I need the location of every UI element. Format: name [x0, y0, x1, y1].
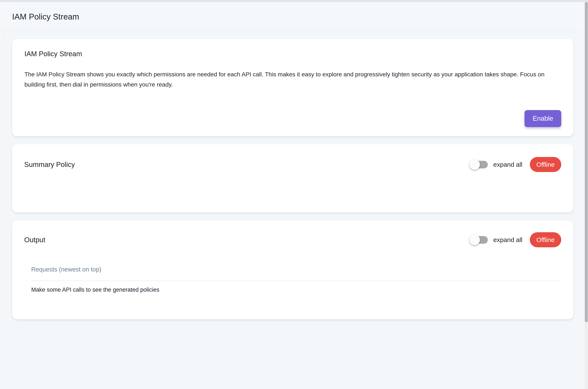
intro-card-actions: Enable: [24, 110, 561, 127]
output-expand-all-label: expand all: [493, 236, 522, 243]
toggle-thumb: [469, 159, 480, 170]
summary-expand-all-label: expand all: [493, 161, 522, 168]
summary-policy-card: Summary Policy expand all Offline: [12, 144, 573, 213]
output-status-badge: Offline: [530, 232, 561, 247]
intro-card: IAM Policy Stream The IAM Policy Stream …: [12, 39, 573, 136]
window-top-edge: [0, 0, 588, 2]
summary-policy-controls: expand all Offline: [470, 157, 561, 172]
page-title: IAM Policy Stream: [12, 12, 79, 21]
requests-title: Requests (newest on top): [31, 266, 561, 273]
main-content: IAM Policy Stream The IAM Policy Stream …: [1, 32, 585, 320]
output-controls: expand all Offline: [470, 232, 561, 247]
summary-policy-title: Summary Policy: [24, 161, 75, 169]
summary-expand-all-toggle[interactable]: [470, 159, 488, 170]
page-header: IAM Policy Stream: [1, 2, 585, 32]
summary-policy-header-row: Summary Policy expand all Offline: [24, 157, 561, 172]
output-expand-all-toggle[interactable]: [470, 234, 488, 245]
page-scrollbar[interactable]: [585, 2, 588, 389]
toggle-thumb: [469, 235, 480, 245]
requests-divider: [31, 281, 561, 281]
requests-panel: Requests (newest on top) Make some API c…: [31, 266, 561, 293]
enable-button[interactable]: Enable: [524, 110, 561, 127]
requests-empty-message: Make some API calls to see the generated…: [31, 287, 561, 293]
intro-card-title: IAM Policy Stream: [24, 50, 561, 58]
output-header-row: Output expand all Offline: [24, 232, 561, 247]
window-left-edge: [0, 2, 1, 389]
summary-status-badge: Offline: [530, 157, 561, 172]
intro-card-description: The IAM Policy Stream shows you exactly …: [24, 69, 551, 90]
output-card: Output expand all Offline Requests (newe…: [12, 220, 573, 320]
output-title: Output: [24, 236, 45, 244]
scrollbar-thumb[interactable]: [585, 2, 588, 322]
